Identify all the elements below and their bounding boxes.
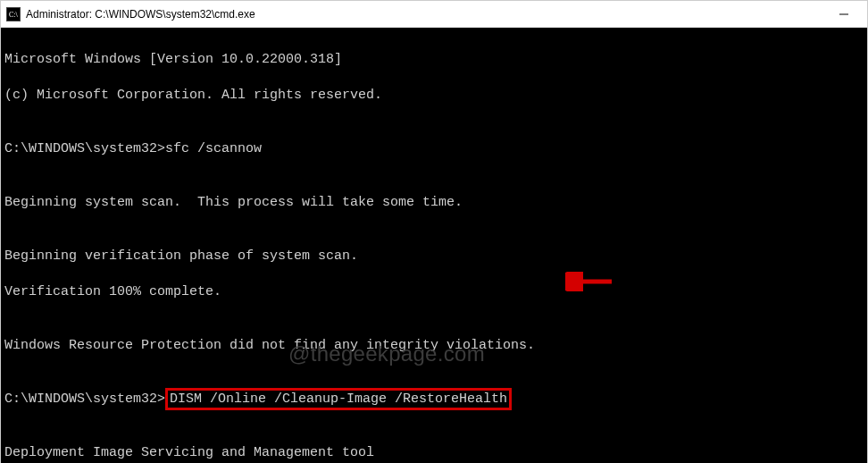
output-line: Beginning verification phase of system s… bbox=[4, 248, 864, 265]
prompt: C:\WINDOWS\system32> bbox=[4, 141, 165, 156]
output-line: Verification 100% complete. bbox=[4, 283, 864, 301]
prompt-line: C:\WINDOWS\system32>sfc /scannow bbox=[4, 140, 864, 158]
prompt: C:\WINDOWS\system32> bbox=[4, 391, 165, 407]
output-line: (c) Microsoft Corporation. All rights re… bbox=[4, 87, 864, 105]
cmd-window: C:\ Administrator: C:\WINDOWS\system32\c… bbox=[0, 0, 868, 463]
annotation-arrow-icon bbox=[517, 254, 615, 316]
output-line: Windows Resource Protection did not find… bbox=[4, 337, 864, 355]
command-dism-highlighted: DISM /Online /Cleanup-Image /RestoreHeal… bbox=[165, 388, 512, 410]
minimize-button[interactable] bbox=[824, 1, 864, 28]
prompt-line: C:\WINDOWS\system32>DISM /Online /Cleanu… bbox=[4, 391, 864, 408]
svg-text:C:\: C:\ bbox=[9, 11, 19, 19]
terminal-output[interactable]: Microsoft Windows [Version 10.0.22000.31… bbox=[1, 28, 867, 463]
command-sfc: sfc /scannow bbox=[165, 141, 262, 156]
output-line: Microsoft Windows [Version 10.0.22000.31… bbox=[4, 51, 864, 69]
cmd-icon: C:\ bbox=[6, 7, 21, 21]
window-title: Administrator: C:\WINDOWS\system32\cmd.e… bbox=[26, 8, 255, 21]
titlebar[interactable]: C:\ Administrator: C:\WINDOWS\system32\c… bbox=[1, 1, 867, 28]
output-line: Deployment Image Servicing and Managemen… bbox=[4, 444, 864, 462]
output-line: Beginning system scan. This process will… bbox=[4, 194, 864, 212]
